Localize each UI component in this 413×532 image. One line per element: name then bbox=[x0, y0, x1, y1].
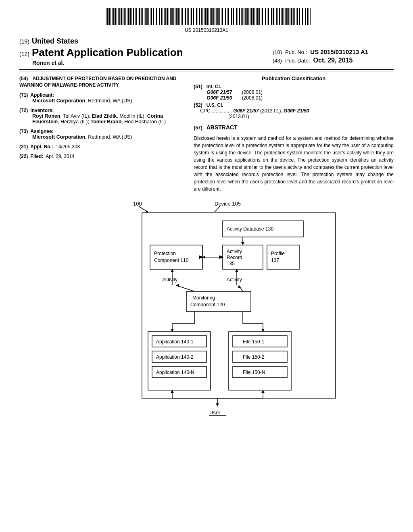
svg-rect-129 bbox=[302, 8, 303, 25]
activity-db-label: Activity Database 130 bbox=[227, 226, 273, 232]
device-label: Device 105 bbox=[215, 201, 241, 207]
svg-rect-31 bbox=[151, 8, 152, 25]
left-column: (54) ADJUSTMENT OF PROTECTION BASED ON P… bbox=[19, 75, 184, 193]
svg-rect-4 bbox=[111, 8, 111, 25]
int-cl-item-2: G06F 21/50 bbox=[206, 95, 232, 101]
svg-rect-24 bbox=[141, 8, 142, 25]
svg-rect-9 bbox=[118, 8, 119, 25]
svg-rect-37 bbox=[161, 8, 162, 25]
pub-date-label: Pub. Date: bbox=[285, 58, 310, 64]
doc-type-num: (12) bbox=[19, 51, 29, 57]
svg-rect-26 bbox=[144, 8, 144, 25]
activity-record-label2: Record bbox=[227, 255, 242, 260]
svg-rect-27 bbox=[145, 8, 146, 25]
svg-rect-87 bbox=[238, 8, 238, 25]
title-field: (54) ADJUSTMENT OF PROTECTION BASED ON P… bbox=[19, 75, 184, 88]
appl-no-num: (21) bbox=[19, 144, 28, 150]
title-num: (54) bbox=[19, 76, 28, 81]
svg-marker-143 bbox=[241, 242, 244, 245]
user-label: User bbox=[209, 409, 221, 416]
svg-rect-18 bbox=[131, 8, 132, 25]
us-cl-label: U.S. Cl. bbox=[206, 102, 223, 108]
svg-rect-96 bbox=[251, 8, 252, 25]
svg-rect-65 bbox=[204, 8, 204, 25]
svg-marker-164 bbox=[261, 329, 265, 332]
svg-rect-35 bbox=[158, 8, 158, 25]
applicant-value: Microsoft Corporation, Redmond, WA (US) bbox=[32, 98, 184, 104]
svg-rect-106 bbox=[267, 8, 267, 25]
inventors-value: Royi Ronen, Tel Aviv (IL); Elad Ziklik, … bbox=[32, 113, 184, 125]
svg-rect-133 bbox=[309, 8, 309, 25]
svg-rect-134 bbox=[310, 8, 311, 25]
int-cl-item-1: G06F 21/57 bbox=[206, 89, 232, 95]
svg-rect-36 bbox=[159, 8, 160, 25]
profile-label2: 137 bbox=[271, 258, 279, 263]
svg-marker-154 bbox=[176, 284, 179, 287]
svg-rect-57 bbox=[191, 8, 192, 25]
svg-rect-33 bbox=[155, 8, 155, 25]
pub-no-num: (10) bbox=[273, 49, 282, 55]
svg-rect-44 bbox=[171, 8, 173, 25]
svg-rect-23 bbox=[139, 8, 140, 25]
svg-marker-151 bbox=[235, 269, 238, 272]
svg-rect-53 bbox=[185, 8, 186, 25]
title-block: (19) United States (12) Patent Applicati… bbox=[0, 37, 413, 66]
protection-label: Protection bbox=[154, 251, 176, 256]
cpc-year-2: (2013.01) bbox=[228, 114, 394, 119]
svg-rect-92 bbox=[245, 8, 246, 25]
svg-rect-105 bbox=[265, 8, 266, 25]
svg-rect-2 bbox=[107, 8, 108, 25]
country-name: United States bbox=[32, 37, 78, 46]
svg-rect-78 bbox=[224, 8, 224, 25]
pub-number: US 20150310213A1 bbox=[0, 27, 413, 33]
svg-rect-16 bbox=[128, 8, 129, 25]
activity-left-label: Activity bbox=[162, 277, 177, 283]
country-num: (19) bbox=[19, 38, 29, 45]
svg-rect-88 bbox=[239, 8, 240, 25]
svg-marker-156 bbox=[238, 285, 241, 288]
svg-rect-81 bbox=[228, 8, 229, 25]
profile-label: Profile bbox=[271, 251, 285, 256]
doc-type: Patent Application Publication bbox=[32, 46, 183, 59]
assignee-value: Microsoft Corporation, Redmond, WA (US) bbox=[32, 134, 184, 140]
filed-label: Filed: bbox=[30, 154, 43, 159]
svg-rect-32 bbox=[153, 8, 154, 25]
svg-rect-19 bbox=[133, 8, 134, 25]
svg-rect-3 bbox=[108, 8, 110, 25]
svg-rect-114 bbox=[279, 8, 280, 25]
svg-rect-89 bbox=[241, 8, 242, 25]
svg-rect-85 bbox=[235, 8, 235, 25]
svg-rect-30 bbox=[150, 8, 150, 25]
patent-diagram: 100 Device 105 Activity Database 130 Act… bbox=[69, 197, 344, 422]
svg-rect-64 bbox=[202, 8, 203, 25]
pub-no-value: US 2015/0310213 A1 bbox=[310, 48, 368, 55]
svg-rect-126 bbox=[297, 8, 298, 25]
svg-rect-94 bbox=[248, 8, 249, 25]
svg-rect-48 bbox=[177, 8, 179, 25]
svg-rect-69 bbox=[210, 8, 211, 25]
svg-rect-68 bbox=[209, 8, 209, 25]
svg-rect-45 bbox=[173, 8, 174, 25]
svg-rect-56 bbox=[190, 8, 190, 25]
svg-rect-99 bbox=[256, 8, 257, 25]
svg-rect-29 bbox=[148, 8, 149, 25]
svg-rect-121 bbox=[290, 8, 290, 25]
svg-rect-66 bbox=[205, 8, 206, 25]
assignee-field: (73) Assignee: Microsoft Corporation, Re… bbox=[19, 129, 184, 140]
int-cl-block: (51) Int. Cl. G06F 21/57 (2006.01) G06F … bbox=[194, 84, 394, 101]
int-cl-num: (51) bbox=[194, 84, 202, 89]
pub-date-num: (43) bbox=[273, 58, 282, 64]
svg-rect-74 bbox=[217, 8, 219, 25]
assignee-label: Assignee: bbox=[30, 129, 53, 134]
svg-rect-111 bbox=[275, 8, 275, 25]
cpc-label: CPC ............... bbox=[200, 108, 232, 114]
svg-rect-141 bbox=[267, 245, 299, 269]
monitoring-label: Monitoring bbox=[192, 295, 215, 301]
right-column: Publication Classification (51) Int. Cl.… bbox=[194, 75, 394, 193]
inventors-field: (72) Inventors: Royi Ronen, Tel Aviv (IL… bbox=[19, 108, 184, 125]
svg-rect-120 bbox=[288, 8, 289, 25]
svg-rect-13 bbox=[124, 8, 125, 25]
patent-title: ADJUSTMENT OF PROTECTION BASED ON PREDIC… bbox=[19, 76, 177, 88]
abstract-num: (57) bbox=[194, 125, 202, 131]
abstract-text: Disclosed herein is a system and method … bbox=[194, 135, 394, 193]
